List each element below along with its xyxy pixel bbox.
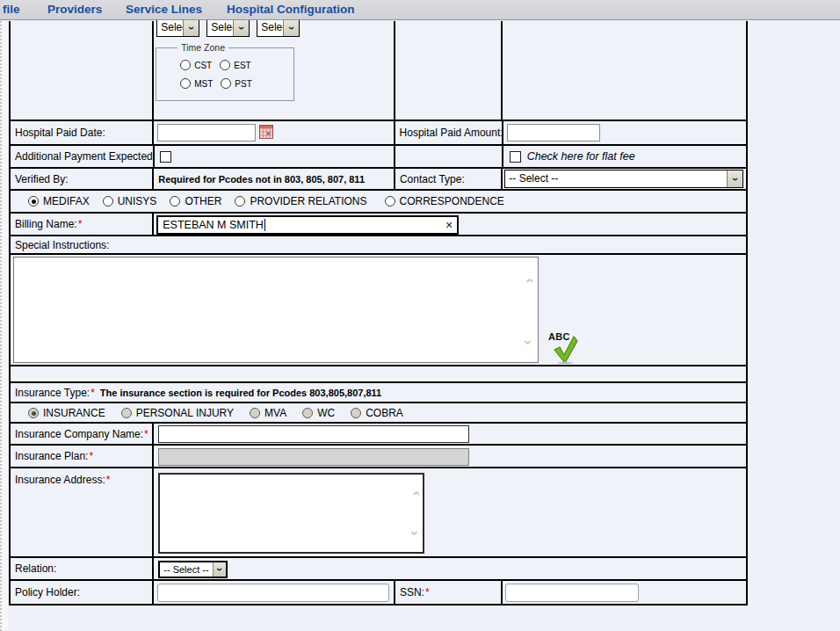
insurance-address-textarea[interactable]: › › — [158, 473, 424, 554]
additional-payment-checkbox[interactable] — [160, 151, 171, 163]
mst-radio-icon[interactable] — [180, 78, 191, 89]
radio-cst[interactable]: CST — [180, 60, 212, 70]
radio-other[interactable]: OTHER — [170, 195, 221, 207]
relation-value: -- Select -- — [160, 562, 213, 577]
clipped-select-3[interactable]: Select › — [257, 18, 300, 37]
flat-fee-checkbox[interactable] — [510, 151, 521, 163]
radio-est[interactable]: EST — [220, 60, 250, 70]
unisys-label: UNISYS — [118, 195, 157, 207]
menu-item-hospital-configuration[interactable]: Hospital Configuration — [227, 3, 355, 16]
scroll-up-icon[interactable]: › — [522, 279, 537, 284]
special-instructions-label-row: Special Instructions: — [11, 236, 746, 255]
time-zone-fieldset: Time Zone CST EST MST PST — [156, 47, 294, 101]
radio-mva[interactable]: MVA — [250, 407, 286, 419]
text-caret — [264, 219, 265, 231]
clipped-select-1[interactable]: Select › — [156, 18, 199, 37]
clipped-select-3-button[interactable]: › — [283, 19, 299, 36]
policy-holder-input[interactable] — [157, 584, 389, 602]
special-instructions-textarea[interactable]: › › — [13, 257, 539, 363]
flat-fee-empty-cell — [395, 146, 503, 167]
correspondence-radio-icon[interactable] — [385, 196, 395, 207]
page-left-margin — [0, 21, 8, 631]
mva-radio-icon[interactable] — [250, 408, 260, 418]
billing-source-row: MEDIFAX UNISYS OTHER PROVIDER RELATIONS … — [11, 191, 746, 214]
clipped-select-2[interactable]: Select › — [206, 18, 250, 37]
spacer-row — [11, 366, 746, 383]
ssn-input[interactable] — [505, 584, 639, 602]
additional-payment-label: Additional Payment Expected: — [11, 146, 155, 167]
required-asterisk: * — [89, 450, 93, 462]
personal-injury-radio-icon[interactable] — [121, 408, 132, 418]
relation-select-button[interactable]: › — [213, 562, 226, 577]
clipped-select-1-button[interactable]: › — [183, 19, 199, 36]
wc-label: WC — [317, 407, 335, 419]
cobra-radio-icon[interactable] — [351, 408, 361, 418]
required-asterisk: * — [78, 218, 83, 230]
spell-check-icon[interactable]: ABC — [548, 329, 583, 369]
insurance-company-label: Insurance Company Name:* — [11, 424, 154, 444]
insurance-radio-icon[interactable] — [28, 408, 39, 418]
est-label: EST — [234, 61, 250, 70]
insurance-label: INSURANCE — [43, 407, 105, 419]
pst-label: PST — [235, 79, 251, 89]
time-zone-legend: Time Zone — [177, 42, 228, 53]
provider-relations-radio-icon[interactable] — [235, 196, 245, 207]
menu-item-file[interactable]: file — [3, 3, 20, 16]
radio-personal-injury[interactable]: PERSONAL INJURY — [121, 407, 234, 419]
insurance-company-input[interactable] — [158, 425, 469, 443]
radio-unisys[interactable]: UNISYS — [103, 195, 157, 207]
chevron-down-icon: › — [236, 26, 247, 30]
clipped-select-3-value: Select — [257, 19, 283, 36]
green-check-icon — [554, 336, 578, 364]
chevron-down-icon: › — [186, 26, 197, 30]
unisys-radio-icon[interactable] — [103, 196, 113, 207]
clipped-select-2-value: Select — [207, 19, 233, 36]
policy-holder-row: Policy Holder: SSN:* — [11, 581, 746, 606]
verified-by-row: Verified By: Required for Pcodes not in … — [11, 169, 746, 191]
hospital-paid-row: Hospital Paid Date: Hospital Paid Amount… — [11, 121, 746, 146]
radio-medifax[interactable]: MEDIFAX — [28, 195, 90, 207]
chevron-down-icon: › — [286, 26, 297, 30]
timezone-row-empty-cell2 — [503, 21, 746, 120]
correspondence-label: CORRESPONDENCE — [400, 195, 504, 207]
pst-radio-icon[interactable] — [221, 78, 231, 89]
radio-pst[interactable]: PST — [221, 78, 251, 89]
radio-cobra[interactable]: COBRA — [351, 407, 403, 419]
hospital-paid-date-label: Hospital Paid Date: — [11, 121, 154, 144]
required-asterisk: * — [106, 474, 111, 486]
contact-type-select-button[interactable]: › — [727, 170, 742, 187]
contact-type-label: Contact Type: — [395, 169, 503, 189]
other-radio-icon[interactable] — [170, 196, 180, 207]
radio-correspondence[interactable]: CORRESPONDENCE — [385, 195, 504, 207]
calendar-icon[interactable] — [259, 125, 273, 139]
chevron-down-icon: › — [214, 568, 225, 571]
timezone-row-empty-cell — [395, 21, 503, 120]
radio-wc[interactable]: WC — [302, 407, 335, 419]
medifax-radio-icon[interactable] — [28, 196, 39, 207]
clipped-select-2-button[interactable]: › — [233, 19, 249, 36]
menu-item-providers[interactable]: Providers — [47, 3, 102, 16]
hospital-configuration-form: Select › Select › Select › Time Zone CST… — [9, 21, 748, 606]
billing-name-input[interactable]: ESTEBAN M SMITH × — [156, 215, 459, 235]
insurance-plan-input-disabled — [158, 448, 469, 466]
radio-mst[interactable]: MST — [180, 78, 213, 89]
clipped-select-1-value: Select — [157, 19, 183, 36]
scroll-up-icon[interactable]: › — [408, 491, 423, 497]
clear-icon[interactable]: × — [445, 219, 453, 231]
menu-item-service-lines[interactable]: Service Lines — [126, 3, 202, 16]
insurance-plan-row: Insurance Plan:* — [11, 446, 746, 468]
required-asterisk: * — [144, 428, 148, 440]
insurance-address-row: Insurance Address:* › › — [11, 468, 746, 558]
required-asterisk: * — [91, 387, 95, 399]
contact-type-select[interactable]: -- Select -- › — [504, 170, 743, 188]
radio-insurance[interactable]: INSURANCE — [28, 407, 105, 419]
scroll-down-icon[interactable]: › — [522, 340, 537, 345]
relation-select[interactable]: -- Select -- › — [158, 561, 228, 578]
cst-radio-icon[interactable] — [180, 60, 191, 70]
wc-radio-icon[interactable] — [302, 408, 313, 418]
hospital-paid-amount-input[interactable] — [507, 124, 600, 141]
scroll-down-icon[interactable]: › — [408, 531, 423, 536]
hospital-paid-date-input[interactable] — [157, 124, 256, 141]
est-radio-icon[interactable] — [220, 60, 230, 70]
radio-provider-relations[interactable]: PROVIDER RELATIONS — [235, 195, 366, 207]
